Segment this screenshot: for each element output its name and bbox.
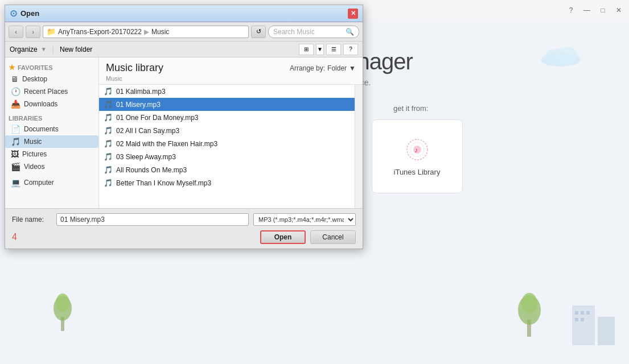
file-icon-2: 🎵 [104,113,113,122]
dialog-close-button[interactable]: ✕ [348,9,358,19]
cancel-button[interactable]: Cancel [310,230,356,244]
arrange-value: Folder [327,64,347,72]
downloads-icon: 📥 [11,100,20,109]
dialog-content-area: Music library Arrange by: Folder ▼ Music… [99,57,363,208]
minimize-button[interactable]: — [581,5,593,16]
help-button[interactable]: ? [565,5,577,16]
libraries-label: Libraries [9,115,42,122]
filename-input[interactable] [56,213,249,226]
search-bar[interactable]: Search Music 🔍 [268,26,359,38]
file-icon-6: 🎵 [104,166,113,174]
organize-label: Organize [10,46,38,53]
content-subtitle: Music [106,75,356,82]
file-name-1: 01 Misery.mp3 [116,101,161,109]
svg-point-14 [555,47,578,65]
sidebar-item-documents-label: Documents [24,125,59,133]
svg-point-27 [521,293,537,313]
help-dialog-button[interactable]: ? [343,44,358,55]
view-buttons: ⊞ ▼ ☰ ? [299,44,358,55]
file-item-2[interactable]: 🎵 01 One For Da Money.mp3 [99,111,363,124]
sidebar-item-videos[interactable]: 🎬 Videos [5,160,98,173]
videos-icon: 🎬 [11,162,20,171]
file-item-6[interactable]: 🎵 All Rounds On Me.mp3 [99,163,363,176]
filename-label: File name: [12,216,52,224]
itunes-card[interactable]: ♪ iTunes Library [372,119,463,193]
file-name-2: 01 One For Da Money.mp3 [116,114,199,122]
sidebar-item-pictures[interactable]: 🖼 Pictures [5,148,98,160]
file-name-5: 03 Sleep Away.mp3 [116,153,176,161]
arrange-dropdown-icon: ▼ [349,64,356,72]
sidebar-item-downloads[interactable]: 📥 Downloads [5,98,98,110]
arrange-label: Arrange by: [290,64,325,72]
svg-rect-19 [586,311,590,315]
cloud-decoration [538,40,583,70]
sidebar-item-desktop-label: Desktop [22,75,47,83]
view-toggle-button[interactable]: ▼ [316,44,324,55]
filetype-select[interactable]: MP3 (*.mp3;*.m4a;*.m4r;*.wma [253,213,356,226]
file-icon-4: 🎵 [104,139,113,148]
libraries-header: Libraries [5,114,98,123]
grid-view-button[interactable]: ⊞ [299,44,314,55]
sidebar-item-music[interactable]: 🎵 Music [5,135,98,148]
tree-left-decoration [51,288,74,336]
file-item-4[interactable]: 🎵 02 Maid with the Flaxen Hair.mp3 [99,137,363,150]
sidebar-item-pictures-label: Pictures [22,150,47,158]
file-icon-3: 🎵 [104,126,113,135]
new-folder-label: New folder [60,46,92,53]
content-title: Music library [106,62,163,74]
sidebar-item-computer-label: Computer [24,179,54,187]
organize-dropdown-icon: ▼ [41,46,47,52]
file-name-0: 01 Kalimba.mp3 [116,88,166,96]
open-button[interactable]: Open [260,230,306,244]
itunes-icon: ♪ [401,137,433,162]
sidebar-item-videos-label: Videos [24,163,44,171]
svg-rect-21 [581,318,584,321]
favorites-header: ★ Favorites [5,62,98,73]
sidebar-item-computer[interactable]: 💻 Computer [5,176,98,189]
scrollbar[interactable] [355,85,363,208]
path-bar: 📁 AnyTrans-Export-20170222 ▶ Music [43,26,249,38]
toolbar-divider: | [52,45,54,53]
file-item-7[interactable]: 🎵 Better Than I Know Myself.mp3 [99,176,363,189]
dialog-sidebar: ★ Favorites 🖥 Desktop 🕐 Recent Places 📥 … [5,57,99,208]
file-item-3[interactable]: 🎵 02 All I Can Say.mp3 [99,124,363,137]
file-item-5[interactable]: 🎵 03 Sleep Away.mp3 [99,150,363,163]
pictures-icon: 🖼 [11,150,19,159]
building-decoration [566,288,618,347]
search-icon: 🔍 [346,28,354,36]
source-label: get it from: [393,104,428,113]
button-row: 4 Open Cancel [12,230,356,244]
recent-icon: 🕐 [11,87,20,96]
close-app-button[interactable]: ✕ [613,5,624,16]
dialog-body: Organize ▼ | New folder ⊞ ▼ ☰ ? ★ Favori… [5,42,363,208]
path-separator: ▶ [144,28,149,36]
organize-toolbar: Organize ▼ | New folder ⊞ ▼ ☰ ? [5,42,363,57]
sidebar-item-desktop[interactable]: 🖥 Desktop [5,73,98,85]
step4-label: 4 [12,232,17,242]
dialog-title: ⊙ Open [10,8,39,19]
content-header: Music library Arrange by: Folder ▼ Music [99,57,363,85]
file-name-7: Better Than I Know Myself.mp3 [116,179,211,187]
path-part-2: Music [151,28,169,36]
svg-rect-17 [575,311,578,315]
sidebar-item-recent-label: Recent Places [24,88,68,96]
search-placeholder: Search Music [273,28,315,36]
file-name-6: All Rounds On Me.mp3 [116,166,187,174]
favorites-star-icon: ★ [9,63,15,72]
sidebar-item-recent[interactable]: 🕐 Recent Places [5,85,98,98]
nav-back-button[interactable]: ‹ [9,26,23,38]
file-item[interactable]: 🎵 01 Kalimba.mp3 [99,85,363,98]
svg-rect-16 [598,317,615,345]
nav-forward-button[interactable]: › [26,26,40,38]
maximize-button[interactable]: □ [597,5,609,16]
file-item-selected[interactable]: 🎵 01 Misery.mp3 [99,98,363,111]
file-icon-0: 🎵 [104,87,113,96]
refresh-button[interactable]: ↺ [251,26,266,38]
file-name-3: 02 All I Can Say.mp3 [116,127,179,135]
sidebar-item-documents[interactable]: 📄 Documents [5,123,98,135]
dialog-bottom: File name: MP3 (*.mp3;*.m4a;*.m4r;*.wma … [5,208,363,249]
svg-rect-20 [575,318,578,321]
details-view-button[interactable]: ☰ [326,44,341,55]
file-name-4: 02 Maid with the Flaxen Hair.mp3 [116,140,217,148]
open-dialog: ⊙ Open ✕ ‹ › 📁 AnyTrans-Export-20170222 … [5,5,363,249]
